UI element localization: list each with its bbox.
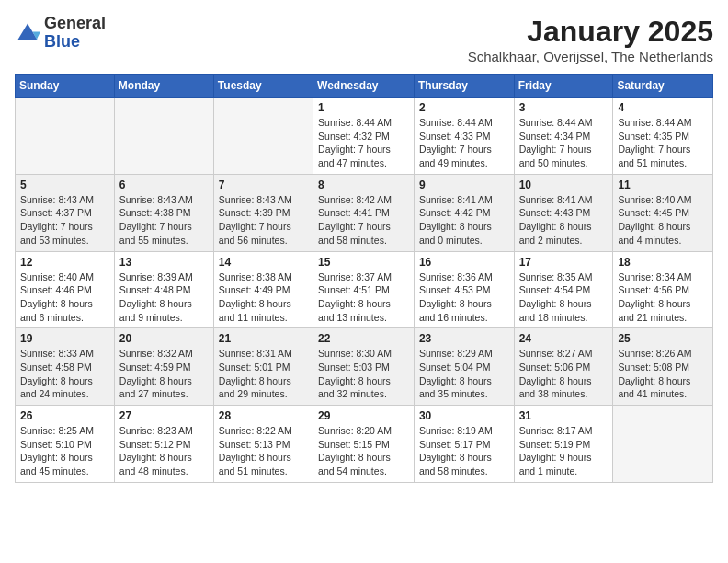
day-number: 29 — [318, 409, 409, 422]
day-info: Sunrise: 8:22 AM Sunset: 5:13 PM Dayligh… — [219, 424, 308, 478]
calendar-cell: 6Sunrise: 8:43 AM Sunset: 4:38 PM Daylig… — [114, 174, 213, 251]
calendar-cell: 16Sunrise: 8:36 AM Sunset: 4:53 PM Dayli… — [414, 251, 514, 328]
calendar-cell: 21Sunrise: 8:31 AM Sunset: 5:01 PM Dayli… — [213, 328, 313, 406]
day-number: 15 — [318, 256, 409, 269]
day-info: Sunrise: 8:19 AM Sunset: 5:17 PM Dayligh… — [419, 424, 509, 478]
calendar-cell: 8Sunrise: 8:42 AM Sunset: 4:41 PM Daylig… — [313, 174, 415, 251]
calendar-cell: 3Sunrise: 8:44 AM Sunset: 4:34 PM Daylig… — [514, 98, 613, 175]
calendar-cell: 9Sunrise: 8:41 AM Sunset: 4:42 PM Daylig… — [414, 174, 514, 251]
day-info: Sunrise: 8:27 AM Sunset: 5:06 PM Dayligh… — [519, 347, 609, 401]
calendar-cell — [16, 98, 115, 175]
day-info: Sunrise: 8:36 AM Sunset: 4:53 PM Dayligh… — [419, 270, 509, 325]
day-number: 24 — [519, 332, 609, 345]
calendar-cell: 30Sunrise: 8:19 AM Sunset: 5:17 PM Dayli… — [414, 406, 514, 483]
title-block: January 2025 Schalkhaar, Overijssel, The… — [468, 15, 713, 64]
day-number: 13 — [119, 256, 209, 269]
calendar-cell: 25Sunrise: 8:26 AM Sunset: 5:08 PM Dayli… — [613, 328, 713, 406]
day-info: Sunrise: 8:35 AM Sunset: 4:54 PM Dayligh… — [519, 270, 609, 325]
day-number: 31 — [519, 409, 609, 422]
calendar-cell: 13Sunrise: 8:39 AM Sunset: 4:48 PM Dayli… — [114, 251, 213, 328]
day-number: 1 — [318, 101, 409, 114]
weekday-header-monday: Monday — [114, 75, 213, 98]
day-info: Sunrise: 8:31 AM Sunset: 5:01 PM Dayligh… — [219, 347, 308, 401]
calendar-cell: 1Sunrise: 8:44 AM Sunset: 4:32 PM Daylig… — [313, 98, 415, 175]
day-info: Sunrise: 8:29 AM Sunset: 5:04 PM Dayligh… — [419, 347, 509, 401]
day-info: Sunrise: 8:32 AM Sunset: 4:59 PM Dayligh… — [119, 347, 209, 401]
day-info: Sunrise: 8:40 AM Sunset: 4:46 PM Dayligh… — [20, 270, 109, 325]
month-title: January 2025 — [468, 15, 713, 49]
calendar-cell — [213, 98, 313, 175]
day-info: Sunrise: 8:38 AM Sunset: 4:49 PM Dayligh… — [219, 270, 308, 325]
day-info: Sunrise: 8:30 AM Sunset: 5:03 PM Dayligh… — [318, 347, 409, 401]
calendar-cell: 31Sunrise: 8:17 AM Sunset: 5:19 PM Dayli… — [514, 406, 613, 483]
weekday-header-wednesday: Wednesday — [313, 75, 415, 98]
day-number: 20 — [119, 332, 209, 345]
weekday-header-friday: Friday — [514, 75, 613, 98]
day-info: Sunrise: 8:42 AM Sunset: 4:41 PM Dayligh… — [318, 193, 409, 247]
calendar-cell: 29Sunrise: 8:20 AM Sunset: 5:15 PM Dayli… — [313, 406, 415, 483]
day-number: 10 — [519, 178, 609, 191]
day-info: Sunrise: 8:39 AM Sunset: 4:48 PM Dayligh… — [119, 270, 209, 325]
calendar-week-row: 19Sunrise: 8:33 AM Sunset: 4:58 PM Dayli… — [16, 328, 713, 406]
day-number: 16 — [419, 256, 509, 269]
page-header: General Blue January 2025 Schalkhaar, Ov… — [15, 15, 713, 64]
calendar-cell: 4Sunrise: 8:44 AM Sunset: 4:35 PM Daylig… — [613, 98, 713, 175]
calendar-cell: 10Sunrise: 8:41 AM Sunset: 4:43 PM Dayli… — [514, 174, 613, 251]
day-info: Sunrise: 8:17 AM Sunset: 5:19 PM Dayligh… — [519, 424, 609, 478]
calendar-cell: 20Sunrise: 8:32 AM Sunset: 4:59 PM Dayli… — [114, 328, 213, 406]
svg-marker-0 — [18, 23, 38, 40]
day-info: Sunrise: 8:26 AM Sunset: 5:08 PM Dayligh… — [618, 347, 708, 401]
calendar-week-row: 26Sunrise: 8:25 AM Sunset: 5:10 PM Dayli… — [16, 406, 713, 483]
day-info: Sunrise: 8:37 AM Sunset: 4:51 PM Dayligh… — [318, 270, 409, 325]
logo-icon — [15, 20, 40, 46]
calendar-week-row: 12Sunrise: 8:40 AM Sunset: 4:46 PM Dayli… — [16, 251, 713, 328]
day-number: 11 — [618, 178, 708, 191]
day-number: 4 — [618, 101, 708, 114]
logo-general: General — [44, 15, 106, 33]
logo: General Blue — [15, 15, 106, 52]
day-info: Sunrise: 8:44 AM Sunset: 4:33 PM Dayligh… — [419, 116, 509, 170]
day-info: Sunrise: 8:41 AM Sunset: 4:42 PM Dayligh… — [419, 193, 509, 247]
day-number: 7 — [219, 178, 308, 191]
calendar-cell: 12Sunrise: 8:40 AM Sunset: 4:46 PM Dayli… — [16, 251, 115, 328]
calendar-cell: 11Sunrise: 8:40 AM Sunset: 4:45 PM Dayli… — [613, 174, 713, 251]
weekday-header-saturday: Saturday — [613, 75, 713, 98]
day-number: 23 — [419, 332, 509, 345]
logo-blue: Blue — [44, 33, 106, 52]
day-info: Sunrise: 8:44 AM Sunset: 4:35 PM Dayligh… — [618, 116, 708, 170]
day-info: Sunrise: 8:20 AM Sunset: 5:15 PM Dayligh… — [318, 424, 409, 478]
calendar-cell: 17Sunrise: 8:35 AM Sunset: 4:54 PM Dayli… — [514, 251, 613, 328]
location-subtitle: Schalkhaar, Overijssel, The Netherlands — [468, 49, 713, 64]
calendar-cell: 19Sunrise: 8:33 AM Sunset: 4:58 PM Dayli… — [16, 328, 115, 406]
day-number: 5 — [20, 178, 109, 191]
day-number: 21 — [219, 332, 308, 345]
day-info: Sunrise: 8:34 AM Sunset: 4:56 PM Dayligh… — [618, 270, 708, 325]
day-info: Sunrise: 8:33 AM Sunset: 4:58 PM Dayligh… — [20, 347, 109, 401]
day-number: 6 — [119, 178, 209, 191]
weekday-header-thursday: Thursday — [414, 75, 514, 98]
calendar-cell: 22Sunrise: 8:30 AM Sunset: 5:03 PM Dayli… — [313, 328, 415, 406]
day-info: Sunrise: 8:40 AM Sunset: 4:45 PM Dayligh… — [618, 193, 708, 247]
calendar-cell: 24Sunrise: 8:27 AM Sunset: 5:06 PM Dayli… — [514, 328, 613, 406]
day-number: 8 — [318, 178, 409, 191]
calendar-cell — [114, 98, 213, 175]
calendar-header-row: SundayMondayTuesdayWednesdayThursdayFrid… — [16, 75, 713, 98]
calendar-cell: 23Sunrise: 8:29 AM Sunset: 5:04 PM Dayli… — [414, 328, 514, 406]
day-number: 30 — [419, 409, 509, 422]
day-number: 3 — [519, 101, 609, 114]
day-number: 22 — [318, 332, 409, 345]
calendar-cell: 18Sunrise: 8:34 AM Sunset: 4:56 PM Dayli… — [613, 251, 713, 328]
day-number: 26 — [20, 409, 109, 422]
day-info: Sunrise: 8:25 AM Sunset: 5:10 PM Dayligh… — [20, 424, 109, 478]
calendar-cell: 27Sunrise: 8:23 AM Sunset: 5:12 PM Dayli… — [114, 406, 213, 483]
day-info: Sunrise: 8:43 AM Sunset: 4:39 PM Dayligh… — [219, 193, 308, 247]
calendar-cell: 7Sunrise: 8:43 AM Sunset: 4:39 PM Daylig… — [213, 174, 313, 251]
weekday-header-tuesday: Tuesday — [213, 75, 313, 98]
day-number: 27 — [119, 409, 209, 422]
calendar-cell: 14Sunrise: 8:38 AM Sunset: 4:49 PM Dayli… — [213, 251, 313, 328]
weekday-header-sunday: Sunday — [16, 75, 115, 98]
day-number: 25 — [618, 332, 708, 345]
calendar-cell: 26Sunrise: 8:25 AM Sunset: 5:10 PM Dayli… — [16, 406, 115, 483]
calendar-cell — [613, 406, 713, 483]
day-info: Sunrise: 8:43 AM Sunset: 4:37 PM Dayligh… — [20, 193, 109, 247]
